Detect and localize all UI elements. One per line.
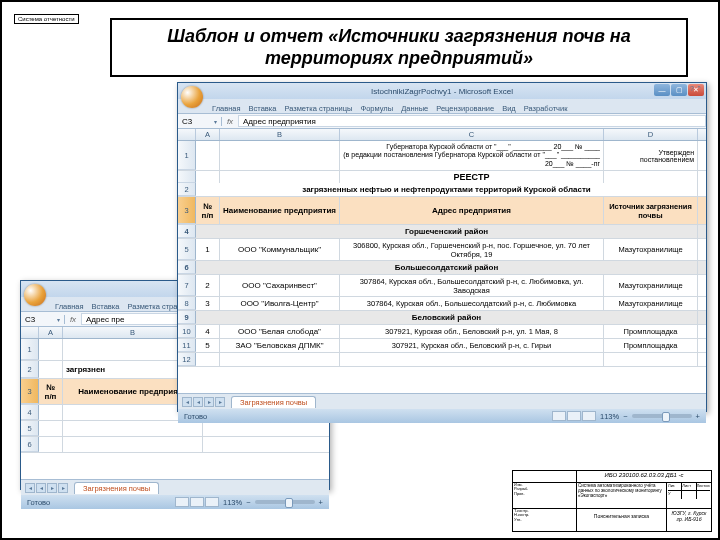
cell[interactable]: 5 [196,339,220,352]
header-cell[interactable]: № п/п [39,379,63,404]
header-cell[interactable]: Источник загрязнения почвы [604,197,698,224]
row-header[interactable]: 2 [21,361,39,378]
select-all-cell[interactable] [21,327,39,338]
row-header[interactable]: 4 [178,225,196,238]
zoom-plus-icon[interactable]: + [696,412,700,421]
ribbon-tab[interactable]: Рецензирование [436,104,494,113]
formula-input[interactable]: Адрес предприятия [238,115,706,127]
row-header[interactable]: 11 [178,339,196,352]
select-all-cell[interactable] [178,129,196,140]
cell[interactable]: 1 [196,239,220,260]
cell[interactable]: Мазутохранилище [604,275,698,296]
zoom-slider[interactable] [632,414,692,418]
office-button-icon[interactable] [181,86,203,108]
cell[interactable]: ЗАО "Беловская ДПМК" [220,339,340,352]
cell[interactable]: 307921, Курская обл., Беловский р-н, с. … [340,339,604,352]
group-header[interactable]: Горшеченский район [196,225,698,238]
header-cell[interactable]: Наименование предприятия [220,197,340,224]
group-header[interactable]: Большесолдатский район [196,261,698,274]
ribbon-tabs: Главная Вставка Разметка страницы Формул… [178,99,706,113]
cell-subtitle[interactable]: загрязненных нефтью и нефтепродуктами те… [196,183,698,196]
row-header[interactable]: 2 [178,183,196,196]
sheet-tab[interactable]: Загрязнения почвы [231,396,316,408]
group-header[interactable]: Беловский район [196,311,698,324]
ribbon-tab[interactable]: Данные [401,104,428,113]
cell[interactable]: 3 [196,297,220,310]
cell[interactable]: ООО "Сахаринвест" [220,275,340,296]
fx-icon[interactable]: fx [65,315,81,324]
row-header[interactable]: 8 [178,297,196,310]
chevron-down-icon[interactable]: ▾ [57,316,60,323]
chevron-down-icon[interactable]: ▾ [214,118,217,125]
row-header[interactable]: 5 [178,239,196,260]
status-ready: Готово [27,498,50,507]
zoom-plus-icon[interactable]: + [319,498,323,507]
tab-nav[interactable]: ◂◂▸▸ [182,397,225,407]
row-header[interactable]: 10 [178,325,196,338]
col-header[interactable]: C [340,129,604,140]
ribbon-tab[interactable]: Формулы [360,104,393,113]
cell[interactable]: Промплощадка [604,339,698,352]
ribbon-tab[interactable]: Вставка [249,104,277,113]
ribbon-tab[interactable]: Главная [212,104,241,113]
cell[interactable]: ООО "Коммунальщик" [220,239,340,260]
cell[interactable]: 306800, Курская обл., Горшеченский р-н, … [340,239,604,260]
zoom-value[interactable]: 113% [600,412,619,421]
col-header[interactable]: B [220,129,340,140]
cell-title[interactable]: РЕЕСТР [340,171,604,183]
column-headers: A B C D [178,129,706,141]
maximize-button[interactable]: ▢ [671,84,687,96]
col-header[interactable]: A [39,327,63,338]
name-box[interactable]: C3▾ [178,117,222,126]
ribbon-tab[interactable]: Вид [502,104,516,113]
cell[interactable]: ООО "Белая слобода" [220,325,340,338]
row-header[interactable]: 3 [21,379,39,404]
row-header[interactable]: 6 [178,261,196,274]
row-header[interactable]: 5 [21,421,39,436]
view-buttons[interactable] [175,497,219,507]
cell[interactable]: Утвержден постановлением [604,141,698,170]
cell[interactable]: Мазутохранилище [604,297,698,310]
row-header[interactable]: 3 [178,197,196,224]
status-bar: Готово 113% − + [21,495,329,509]
row-header[interactable]: 7 [178,275,196,296]
cell[interactable]: 307864, Курская обл., Большесолдатский р… [340,275,604,296]
excel-window-report: IstochnikiZagrPochvy1 - Microsoft Excel … [177,82,707,412]
worksheet-area[interactable]: 1 Губернатора Курской области от "___" _… [178,141,706,393]
cell[interactable]: Мазутохранилище [604,239,698,260]
zoom-value[interactable]: 113% [223,498,242,507]
row-header[interactable]: 4 [21,405,39,420]
row-header[interactable]: 1 [178,141,196,170]
ribbon-tab[interactable]: Разметка страницы [284,104,352,113]
help-icon[interactable]: ? [690,85,694,93]
office-button-icon[interactable] [24,284,46,306]
cell[interactable]: ООО "Иволга-Центр" [220,297,340,310]
col-header[interactable]: D [604,129,698,140]
row-header[interactable] [178,171,196,183]
ribbon-tab[interactable]: Вставка [92,302,120,311]
view-buttons[interactable] [552,411,596,421]
header-cell[interactable]: Адрес предприятия [340,197,604,224]
row-header[interactable]: 9 [178,311,196,324]
ribbon-tab[interactable]: Главная [55,302,84,311]
cell[interactable]: 307864, Курская обл., Большесолдатский р… [340,297,604,310]
cell[interactable]: 4 [196,325,220,338]
zoom-slider[interactable] [255,500,315,504]
chevron-icon[interactable]: ⌃ [696,85,702,93]
col-header[interactable]: A [196,129,220,140]
cell[interactable]: 2 [196,275,220,296]
row-header[interactable]: 1 [21,339,39,360]
ribbon-tab[interactable]: Разработчик [524,104,568,113]
header-cell[interactable]: № п/п [196,197,220,224]
zoom-minus-icon[interactable]: − [623,412,627,421]
sheet-tab[interactable]: Загрязнения почвы [74,482,159,494]
cell[interactable]: 307921, Курская обл., Беловский р-н, ул.… [340,325,604,338]
row-header[interactable]: 6 [21,437,39,452]
row-header[interactable]: 12 [178,353,196,366]
fx-icon[interactable]: fx [222,117,238,126]
tab-nav[interactable]: ◂◂▸▸ [25,483,68,493]
name-box[interactable]: C3▾ [21,315,65,324]
minimize-button[interactable]: — [654,84,670,96]
zoom-minus-icon[interactable]: − [246,498,250,507]
cell[interactable]: Промплощадка [604,325,698,338]
